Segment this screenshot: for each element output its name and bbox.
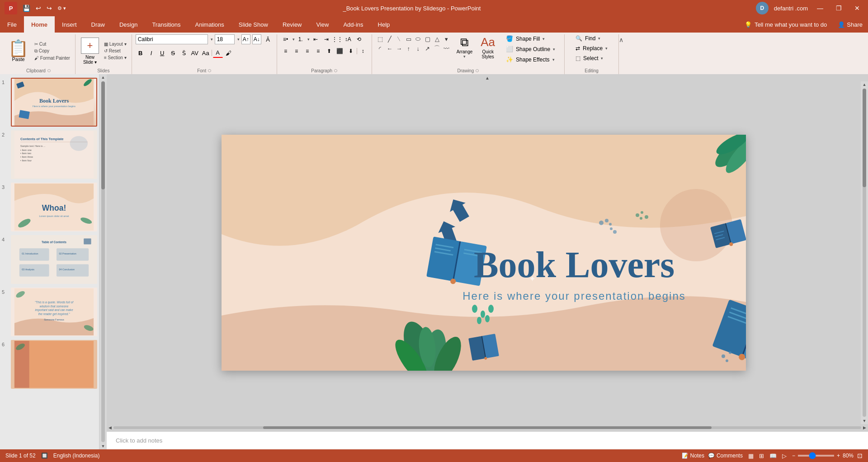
reading-view-button[interactable]: 📖 bbox=[768, 452, 778, 460]
rect-shape-button[interactable]: ▭ bbox=[404, 34, 413, 43]
triangle-shape-button[interactable]: △ bbox=[433, 34, 442, 43]
quick-styles-button[interactable]: Aa Quick Styles bbox=[478, 34, 498, 60]
increase-indent-button[interactable]: ⇥ bbox=[321, 34, 331, 44]
arrange-button[interactable]: ⧉ Arrange ▾ bbox=[454, 34, 476, 60]
minimize-button[interactable]: — bbox=[813, 4, 827, 13]
font-size-arrow[interactable]: ▾ bbox=[237, 37, 240, 42]
align-center-button[interactable]: ≡ bbox=[292, 46, 302, 56]
close-button[interactable]: ✕ bbox=[851, 4, 863, 13]
line-shape-button[interactable]: ╱ bbox=[385, 34, 394, 43]
shapes-more-button[interactable]: ▾ bbox=[442, 34, 451, 43]
canvas-scroll-track[interactable] bbox=[863, 89, 866, 417]
shape-outline-arrow[interactable]: ▾ bbox=[553, 47, 555, 52]
notes-area[interactable]: Click to add notes bbox=[107, 431, 868, 449]
columns-button[interactable]: ⋮⋮ bbox=[332, 34, 342, 44]
font-expand-icon[interactable]: ⬡ bbox=[208, 69, 211, 73]
arrow-up-shape[interactable]: ↑ bbox=[404, 44, 413, 53]
section-button[interactable]: ≡ Section ▾ bbox=[103, 55, 128, 61]
increase-font-size-button[interactable]: A↑ bbox=[241, 34, 250, 44]
tab-review[interactable]: Review bbox=[275, 16, 309, 33]
canvas-scroll-down-button[interactable]: ▼ bbox=[862, 418, 868, 424]
tab-animations[interactable]: Animations bbox=[188, 16, 231, 33]
font-color-button[interactable]: A bbox=[213, 48, 223, 58]
tab-addins[interactable]: Add-ins bbox=[336, 16, 370, 33]
slide-item[interactable]: 6 bbox=[2, 340, 97, 389]
cut-button[interactable]: ✂ Cut bbox=[33, 41, 71, 47]
slide-item[interactable]: 2 Contents of This Template Sample text:… bbox=[2, 130, 97, 179]
restore-button[interactable]: ❐ bbox=[832, 4, 845, 13]
comments-button[interactable]: 💬 Comments bbox=[708, 453, 743, 459]
slide-scroll-up-button[interactable]: ▲ bbox=[100, 74, 106, 80]
slide-thumbnail-1[interactable]: Book Lovers Here is where your presentat… bbox=[11, 78, 97, 127]
find-button[interactable]: 🔍 Find ▾ bbox=[574, 34, 609, 42]
layout-button[interactable]: ▦ Layout ▾ bbox=[103, 41, 128, 47]
redo-button[interactable]: ↪ bbox=[45, 4, 54, 13]
slide-item[interactable]: 1 Book Lovers Here is where your p bbox=[2, 78, 97, 127]
change-case-button[interactable]: Aa bbox=[201, 48, 211, 58]
arrow-down-shape[interactable]: ↓ bbox=[414, 44, 423, 53]
collapse-ribbon-button[interactable]: ∧ bbox=[619, 36, 623, 43]
notes-button[interactable]: 📝 Notes bbox=[682, 453, 704, 459]
copy-button[interactable]: ⧉ Copy bbox=[33, 48, 71, 54]
shadow-button[interactable]: S̈ bbox=[179, 48, 189, 58]
tab-slideshow[interactable]: Slide Show bbox=[231, 16, 275, 33]
strikethrough-button[interactable]: S bbox=[168, 48, 178, 58]
slide-item[interactable]: 3 Whoa! Lorem ipsum dolor sit amet bbox=[2, 183, 97, 231]
arrow-left-shape[interactable]: ← bbox=[385, 44, 394, 53]
shape-outline-button[interactable]: ⬜ Shape Outline ▾ bbox=[504, 45, 557, 53]
connector-shape[interactable]: ↗ bbox=[423, 44, 432, 53]
bold-button[interactable]: B bbox=[136, 48, 146, 58]
justify-button[interactable]: ≡ bbox=[313, 46, 323, 56]
align-left-button[interactable]: ≡ bbox=[281, 46, 291, 56]
tab-view[interactable]: View bbox=[309, 16, 336, 33]
tab-draw[interactable]: Draw bbox=[84, 16, 112, 33]
select-arrow[interactable]: ▾ bbox=[601, 56, 603, 61]
slide-scroll-track[interactable] bbox=[101, 81, 105, 442]
scroll-right-button[interactable]: ▶ bbox=[863, 425, 866, 430]
character-spacing-button[interactable]: AV bbox=[190, 48, 200, 58]
tab-home[interactable]: Home bbox=[24, 16, 55, 33]
scroll-up-button[interactable]: ▲ bbox=[485, 75, 490, 80]
circle-shape-button[interactable]: ⬭ bbox=[414, 34, 423, 43]
tab-file[interactable]: File bbox=[0, 16, 24, 33]
shape-effects-button[interactable]: ✨ Shape Effects ▾ bbox=[504, 55, 557, 64]
decrease-font-size-button[interactable]: A↓ bbox=[252, 34, 261, 44]
slide-item[interactable]: 5 "This is a quote. Words full of wisdom… bbox=[2, 288, 97, 336]
align-right-button[interactable]: ≡ bbox=[302, 46, 312, 56]
reset-button[interactable]: ↺ Reset bbox=[103, 48, 128, 54]
font-name-input[interactable] bbox=[136, 34, 208, 44]
format-painter-button[interactable]: 🖌 Format Painter bbox=[33, 55, 71, 61]
select-button[interactable]: ⬚ Select ▾ bbox=[574, 54, 609, 62]
normal-view-button[interactable]: ▦ bbox=[746, 452, 755, 460]
paste-button[interactable]: 📋 Paste bbox=[5, 38, 31, 64]
save-button[interactable]: 💾 bbox=[21, 4, 32, 13]
slide-thumbnail-2[interactable]: Contents of This Template Sample text: H… bbox=[11, 130, 97, 179]
clear-formatting-button[interactable]: Ā bbox=[263, 34, 273, 44]
tab-transitions[interactable]: Transitions bbox=[145, 16, 188, 33]
new-slide-button[interactable]: + New Slide ▾ bbox=[79, 38, 101, 65]
select-shape-button[interactable]: ⬚ bbox=[376, 34, 385, 43]
bullets-button[interactable]: ≡• bbox=[281, 34, 291, 44]
user-avatar[interactable]: D bbox=[756, 2, 769, 14]
rect2-shape-button[interactable]: ▢ bbox=[423, 34, 432, 43]
shape-fill-button[interactable]: 🪣 Shape Fill ▾ bbox=[504, 34, 557, 43]
slide-scroll-down-button[interactable]: ▼ bbox=[100, 443, 106, 449]
slide-thumbnail-6[interactable] bbox=[11, 340, 97, 389]
align-top-button[interactable]: ⬆ bbox=[324, 46, 334, 56]
text-direction-button[interactable]: ↕A bbox=[343, 34, 353, 44]
underline-button[interactable]: U bbox=[157, 48, 167, 58]
find-arrow[interactable]: ▾ bbox=[598, 36, 600, 41]
replace-button[interactable]: ⇄ Replace ▾ bbox=[574, 44, 609, 52]
zoom-slider[interactable] bbox=[798, 455, 834, 457]
font-name-arrow[interactable]: ▾ bbox=[211, 37, 213, 42]
convert-smartart-button[interactable]: ⟲ bbox=[354, 34, 364, 44]
scroll-track[interactable] bbox=[113, 426, 861, 429]
shape-effects-arrow[interactable]: ▾ bbox=[552, 57, 555, 62]
slide-canvas[interactable]: ✦ ✦ ✦ Book Lovers Here is where your pre… bbox=[222, 135, 746, 371]
tab-help[interactable]: Help bbox=[371, 16, 397, 33]
scroll-left-button[interactable]: ◀ bbox=[108, 425, 112, 430]
line2-shape-button[interactable]: ﹨ bbox=[395, 34, 404, 43]
fit-to-window-button[interactable]: ⊡ bbox=[857, 452, 863, 459]
text-highlight-button[interactable]: 🖌 bbox=[224, 48, 234, 58]
line-spacing-button[interactable]: ↕ bbox=[358, 46, 368, 56]
